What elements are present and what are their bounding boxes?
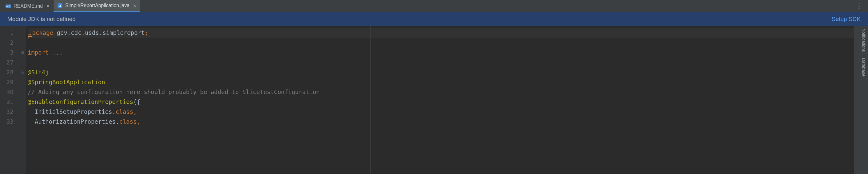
tab-menu-icon[interactable]: ⋮: [850, 3, 868, 9]
token-kw: class: [119, 118, 136, 125]
token-ident: ({: [133, 98, 140, 105]
line-number[interactable]: 30: [0, 87, 20, 97]
line-number[interactable]: 27: [0, 57, 20, 67]
token-punct: ;: [145, 29, 148, 36]
rail-item-database[interactable]: Database: [861, 58, 866, 76]
token-pkg: gov.cdc.usds.simplereport: [53, 29, 145, 36]
fold-marker[interactable]: [20, 28, 26, 38]
markdown-file-icon: MD: [5, 3, 11, 9]
right-tool-rail: Notifications Database: [859, 26, 868, 174]
tab-label: SimpleReportApplication.java: [65, 3, 129, 8]
token-pkg: [49, 49, 52, 56]
editor-area: 12327282930313233 ⊞⊟ package gov.cdc.usd…: [0, 26, 868, 174]
token-comment: // Adding any configuration here should …: [28, 89, 319, 95]
fold-marker[interactable]: [20, 77, 26, 87]
line-number[interactable]: 3: [0, 48, 20, 57]
token-kw: package: [28, 29, 53, 36]
tab-label: README.md: [13, 3, 43, 9]
line-number[interactable]: 31: [0, 97, 20, 107]
rail-item-notifications[interactable]: Notifications: [861, 28, 866, 52]
jdk-warning-banner: Module JDK is not defined Setup SDK: [0, 13, 868, 26]
code-line[interactable]: [28, 38, 854, 48]
editor-window: MD README.md × J SimpleReportApplication…: [0, 0, 868, 174]
close-icon[interactable]: ×: [133, 3, 136, 8]
code-line[interactable]: package gov.cdc.usds.simplereport;: [28, 28, 854, 38]
tab-simplereportapplication[interactable]: J SimpleReportApplication.java ×: [54, 0, 140, 12]
fold-marker[interactable]: [20, 38, 26, 48]
tab-readme[interactable]: MD README.md ×: [2, 0, 54, 12]
line-number[interactable]: 1: [0, 28, 20, 38]
banner-message: Module JDK is not defined: [7, 16, 76, 23]
fold-marker[interactable]: [20, 107, 26, 117]
svg-text:MD: MD: [6, 5, 10, 8]
fold-marker[interactable]: ⊞: [20, 48, 26, 57]
line-number[interactable]: 28: [0, 67, 20, 77]
code-line[interactable]: @Slf4j: [28, 67, 854, 77]
fold-marker[interactable]: [20, 57, 26, 67]
fold-marker[interactable]: [20, 97, 26, 107]
fold-marker[interactable]: [20, 87, 26, 97]
fold-marker[interactable]: ⊟: [20, 67, 26, 77]
fold-column[interactable]: ⊞⊟: [20, 26, 26, 174]
token-anno: @SpringBootApplication: [28, 79, 105, 85]
java-class-icon: J: [57, 3, 63, 8]
line-number[interactable]: 33: [0, 117, 20, 126]
token-anno: @EnableConfigurationProperties: [28, 98, 133, 105]
code-line[interactable]: // Adding any configuration here should …: [28, 87, 854, 97]
code-line[interactable]: @SpringBootApplication: [28, 77, 854, 87]
fold-marker[interactable]: [20, 117, 26, 126]
token-kw: class: [116, 108, 133, 115]
code-line[interactable]: [28, 57, 854, 67]
token-anno: @Slf4j: [28, 69, 49, 76]
token-punct: ,: [137, 118, 140, 125]
tab-bar: MD README.md × J SimpleReportApplication…: [0, 0, 868, 13]
token-punct: ,: [133, 108, 136, 115]
token-ident: .: [116, 118, 119, 125]
token-ident: AuthorizationProperties: [28, 118, 116, 125]
right-margin-guide: [370, 26, 371, 174]
token-kw: import: [28, 49, 49, 56]
code-line[interactable]: @EnableConfigurationProperties({: [28, 97, 854, 107]
token-dots: ...: [52, 49, 63, 56]
setup-sdk-link[interactable]: Setup SDK: [832, 16, 861, 23]
code-line[interactable]: InitialSetupProperties.class,: [28, 107, 854, 117]
code-line[interactable]: AuthorizationProperties.class,: [28, 117, 854, 126]
svg-text:J: J: [59, 4, 61, 8]
token-ident: InitialSetupProperties: [28, 108, 112, 115]
line-number[interactable]: 2: [0, 38, 20, 48]
line-number[interactable]: 29: [0, 77, 20, 87]
code-editor[interactable]: package gov.cdc.usds.simplereport;import…: [26, 26, 854, 174]
close-icon[interactable]: ×: [46, 3, 50, 9]
line-number[interactable]: 32: [0, 107, 20, 117]
token-ident: .: [112, 108, 116, 115]
scrollbar-strip[interactable]: [854, 26, 859, 174]
line-number-gutter[interactable]: 12327282930313233: [0, 26, 20, 174]
code-line[interactable]: import ...: [28, 48, 854, 57]
